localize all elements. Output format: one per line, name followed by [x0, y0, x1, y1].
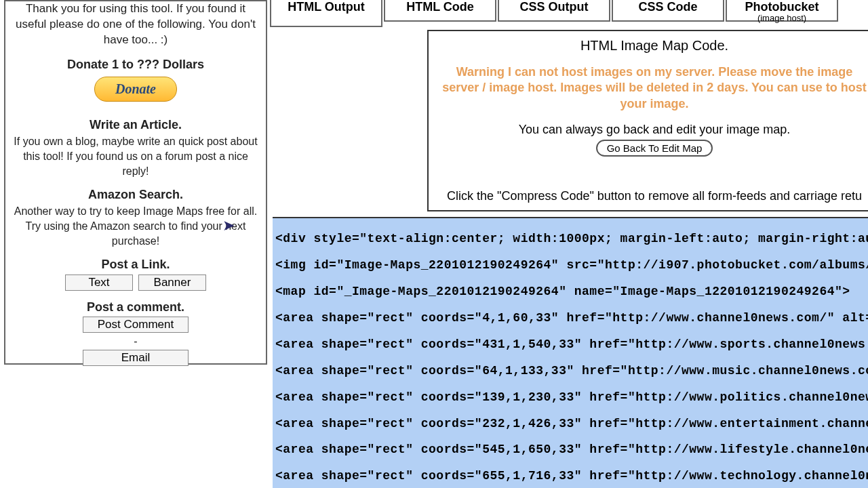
article-text: If you own a blog, maybe write an quick … — [12, 134, 259, 178]
sidebar-panel: Thank you for using this tool. If you fo… — [4, 0, 267, 365]
code-line: <area shape="rect" coords="139,1,230,33"… — [275, 391, 868, 404]
code-line: <area shape="rect" coords="64,1,133,33" … — [275, 365, 868, 378]
post-comment-heading: Post a comment. — [12, 299, 259, 315]
compress-text: Click the "Compress Code" button to remo… — [437, 189, 868, 203]
amazon-text: Another way to try to keep Image Maps fr… — [12, 204, 259, 248]
tab-photobucket-sub: (image host) — [734, 13, 830, 23]
tab-css-output[interactable]: CSS Output — [498, 0, 610, 22]
donate-heading: Donate 1 to ??? Dollars — [12, 56, 259, 73]
email-button[interactable]: Email — [83, 350, 189, 366]
code-line: <area shape="rect" coords="655,1,716,33"… — [275, 470, 868, 483]
code-line: <area shape="rect" coords="4,1,60,33" hr… — [275, 312, 868, 325]
code-line: <area shape="rect" coords="431,1,540,33"… — [275, 338, 868, 351]
article-heading: Write an Article. — [12, 117, 259, 133]
output-panel: HTML Image Map Code. Warning I can not h… — [427, 30, 868, 211]
tab-html-output[interactable]: HTML Output — [270, 0, 382, 27]
code-output[interactable]: <div style="text-align:center; width:100… — [273, 217, 868, 488]
donate-button[interactable]: Donate — [94, 77, 177, 102]
amazon-heading: Amazon Search. — [12, 186, 259, 203]
intro-text: Thank you for using this tool. If you fo… — [12, 1, 259, 48]
warning-text: Warning I can not host images on my serv… — [437, 64, 868, 112]
post-link-heading: Post a Link. — [12, 256, 259, 272]
code-line: <area shape="rect" coords="545,1,650,33"… — [275, 443, 868, 456]
code-line: <map id="_Image-Maps_2201012190249264" n… — [275, 285, 868, 298]
code-line: <img id="Image-Maps_2201012190249264" sr… — [275, 259, 868, 272]
tab-html-code[interactable]: HTML Code — [384, 0, 496, 22]
tab-css-code[interactable]: CSS Code — [612, 0, 724, 22]
text-link-button[interactable]: Text — [65, 274, 133, 291]
tab-row: HTML Output HTML Code CSS Output CSS Cod… — [270, 0, 838, 27]
goback-text: You can always go back and edit your ima… — [437, 123, 868, 137]
post-comment-button[interactable]: Post Comment — [83, 317, 189, 333]
dash-separator: - — [12, 334, 259, 349]
go-back-button[interactable]: Go Back To Edit Map — [596, 140, 713, 157]
tab-photobucket[interactable]: Photobucket (image host) — [726, 0, 838, 22]
code-line: <area shape="rect" coords="232,1,426,33"… — [275, 418, 868, 430]
panel-title: HTML Image Map Code. — [437, 38, 868, 54]
code-line: <div style="text-align:center; width:100… — [275, 232, 868, 245]
tab-photobucket-label: Photobucket — [745, 0, 818, 14]
banner-link-button[interactable]: Banner — [138, 274, 206, 291]
